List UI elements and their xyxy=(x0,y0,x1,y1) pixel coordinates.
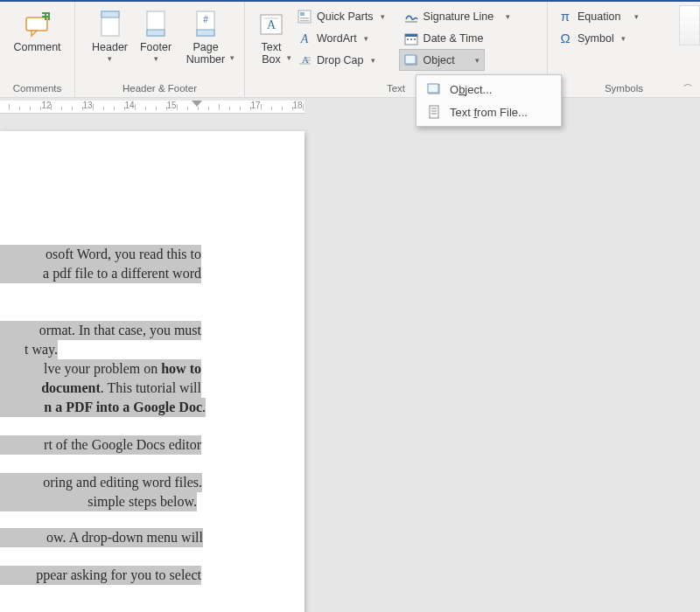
svg-rect-30 xyxy=(430,106,438,118)
svg-rect-13 xyxy=(300,17,309,19)
chevron-down-icon: ▾ xyxy=(381,12,385,21)
text-box-button[interactable]: A Text Box ▾ xyxy=(250,5,292,77)
header-button[interactable]: Header ▾ xyxy=(87,5,133,65)
page-number-icon: # xyxy=(191,10,220,39)
document-text-line[interactable]: simple steps below. xyxy=(0,492,197,511)
chevron-down-icon: ▾ xyxy=(154,54,158,63)
document-text-line[interactable]: lve your problem on how to xyxy=(0,359,201,379)
object-icon xyxy=(404,53,418,67)
signature-line-label: Signature Line xyxy=(424,10,494,23)
group-label-symbols: Symbols xyxy=(553,80,695,95)
svg-text:A: A xyxy=(302,54,309,65)
group-label-header-footer: Header & Footer xyxy=(80,80,239,95)
svg-rect-4 xyxy=(147,30,164,36)
document-text-line[interactable]: ow. A drop-down menu will xyxy=(0,528,203,547)
dropdown-item-text-from-file[interactable]: Text from File... xyxy=(416,101,561,123)
chevron-down-icon: ▾ xyxy=(287,53,291,62)
document-text-line[interactable]: oring and editing word files. xyxy=(0,473,202,492)
svg-rect-7 xyxy=(197,30,214,36)
document-text-line[interactable]: rt of the Google Docs editor xyxy=(0,435,201,455)
footer-button[interactable]: Footer ▾ xyxy=(133,5,178,65)
comment-button[interactable]: Comment xyxy=(8,5,66,55)
document-text-line[interactable]: osoft Word, you read this to xyxy=(0,245,201,264)
svg-rect-2 xyxy=(102,11,119,17)
header-icon xyxy=(95,10,125,39)
ruler-number: 15 xyxy=(166,101,176,110)
page-number-button[interactable]: # Page Number ▾ xyxy=(178,5,233,77)
svg-rect-29 xyxy=(428,84,438,93)
chevron-down-icon: ▾ xyxy=(230,53,234,62)
dropdown-item-text-from-file-label: Text from File... xyxy=(450,106,528,119)
text-from-file-icon xyxy=(427,105,441,119)
document-text-line[interactable]: ppear asking for you to select xyxy=(0,566,201,585)
group-label-comments: Comments xyxy=(5,80,69,95)
svg-rect-24 xyxy=(410,38,412,40)
page: osoft Word, you read this toa pdf file t… xyxy=(0,131,304,612)
svg-rect-27 xyxy=(405,55,416,64)
svg-rect-25 xyxy=(414,38,416,40)
equation-icon: π xyxy=(558,9,572,24)
chevron-down-icon: ▾ xyxy=(371,56,375,65)
svg-text:A: A xyxy=(300,32,309,45)
signature-line-button[interactable]: Signature Line ▾ xyxy=(399,5,516,27)
svg-rect-12 xyxy=(300,12,304,16)
footer-icon xyxy=(141,10,171,39)
document-text-line[interactable]: n a PDF into a Google Doc. xyxy=(0,398,206,417)
document-text-line[interactable]: document. This tutorial will xyxy=(0,379,201,398)
document-canvas[interactable]: osoft Word, you read this toa pdf file t… xyxy=(0,114,700,612)
header-label: Header xyxy=(92,41,128,53)
quick-parts-label: Quick Parts xyxy=(317,10,374,23)
equation-label: Equation xyxy=(578,10,620,23)
date-time-button[interactable]: Date & Time xyxy=(399,27,516,49)
chevron-down-icon: ▾ xyxy=(634,12,639,21)
svg-text:#: # xyxy=(203,15,208,24)
quick-parts-button[interactable]: Quick Parts ▾ xyxy=(292,5,390,27)
text-box-icon: A xyxy=(256,10,286,39)
svg-rect-23 xyxy=(407,38,409,40)
drop-cap-button[interactable]: A Drop Cap ▾ xyxy=(292,49,390,71)
chevron-down-icon: ▾ xyxy=(475,56,480,65)
ruler-number: 18 xyxy=(292,101,302,110)
chevron-down-icon: ▾ xyxy=(621,34,626,43)
chevron-down-icon: ▾ xyxy=(108,54,112,63)
wordart-label: WordArt xyxy=(317,32,357,45)
dropdown-item-object-label: Object... xyxy=(450,83,492,96)
dropdown-item-object[interactable]: Object... xyxy=(416,78,561,101)
footer-label: Footer xyxy=(140,41,172,53)
collapse-ribbon-icon[interactable]: ︿ xyxy=(683,77,693,90)
page-number-label: Page Number xyxy=(186,41,225,66)
object-dropdown: Object... Text from File... xyxy=(416,74,562,127)
indent-marker[interactable] xyxy=(192,101,202,107)
document-text-line[interactable]: ormat. In that case, you must xyxy=(0,321,201,340)
ruler-number: 12 xyxy=(41,101,51,110)
chevron-down-icon: ▾ xyxy=(506,12,510,21)
date-time-icon xyxy=(404,31,418,45)
svg-text:A: A xyxy=(267,18,276,31)
date-time-label: Date & Time xyxy=(424,32,484,45)
svg-rect-14 xyxy=(300,20,309,22)
chevron-down-icon: ▾ xyxy=(364,34,368,43)
object-label: Object xyxy=(424,54,455,66)
signature-line-icon xyxy=(404,10,418,24)
ruler-number: 14 xyxy=(124,101,134,110)
svg-rect-22 xyxy=(405,34,417,37)
symbol-label: Symbol xyxy=(578,32,614,45)
object-button[interactable]: Object ▾ xyxy=(399,49,485,71)
drop-cap-label: Drop Cap xyxy=(317,54,364,66)
document-text-line[interactable]: a pdf file to a different word xyxy=(0,264,201,283)
wordart-icon: A xyxy=(298,31,312,45)
text-box-label: Text Box xyxy=(262,41,282,66)
document-text-line[interactable]: t way. xyxy=(0,340,58,359)
comment-label: Comment xyxy=(13,41,60,53)
symbol-icon: Ω xyxy=(558,31,572,45)
equation-button[interactable]: π Equation ▾ xyxy=(553,5,644,27)
ruler-number: 13 xyxy=(82,101,92,110)
ruler-number: 17 xyxy=(250,101,260,110)
symbol-button[interactable]: Ω Symbol ▾ xyxy=(553,27,644,49)
svg-rect-0 xyxy=(26,17,47,31)
comment-icon xyxy=(23,10,52,39)
ruler[interactable]: 121314151718 xyxy=(0,98,700,114)
drop-cap-icon: A xyxy=(298,53,312,67)
wordart-button[interactable]: A WordArt ▾ xyxy=(292,27,390,49)
quick-parts-icon xyxy=(298,10,312,24)
